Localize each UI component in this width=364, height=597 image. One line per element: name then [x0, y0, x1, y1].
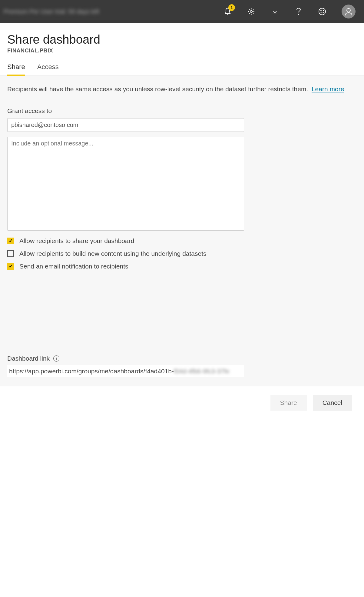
checkbox-allow-share[interactable]	[7, 238, 14, 244]
notifications-button[interactable]: 1	[223, 7, 232, 16]
tabs: Share Access	[0, 54, 364, 76]
topbar-actions: 1	[223, 5, 356, 18]
share-button[interactable]: Share	[270, 395, 307, 411]
download-button[interactable]	[271, 7, 279, 16]
recipient-input[interactable]	[7, 118, 244, 132]
learn-more-link[interactable]: Learn more	[312, 85, 344, 92]
checkbox-send-email[interactable]	[7, 263, 14, 270]
checkbox-allow-share-label: Allow recipients to share your dashboard	[19, 237, 134, 245]
checkbox-row-allow-share: Allow recipients to share your dashboard	[7, 237, 357, 245]
cancel-button[interactable]: Cancel	[313, 395, 352, 411]
dashboard-link-label: Dashboard link i	[7, 355, 357, 362]
dashboard-link-hidden: f04d-4fb6-9fc3-37fe	[174, 368, 229, 375]
header: Share dashboard FINANCIAL.PBIX	[0, 23, 364, 54]
checkbox-allow-build[interactable]	[7, 250, 14, 257]
trial-status: Premium Per User trial: 59 days left	[4, 8, 99, 15]
svg-point-5	[347, 8, 350, 12]
svg-point-0	[250, 11, 253, 13]
checkbox-send-email-label: Send an email notification to recipients	[19, 263, 128, 270]
svg-point-4	[323, 10, 324, 11]
dashboard-link-field[interactable]: https://app.powerbi.com/groups/me/dashbo…	[7, 365, 244, 377]
feedback-button[interactable]	[318, 7, 326, 16]
notification-badge: 1	[228, 4, 235, 11]
topbar: Premium Per User trial: 59 days left 1	[0, 0, 364, 23]
checkbox-row-send-email: Send an email notification to recipients	[7, 263, 357, 270]
svg-point-1	[298, 14, 299, 15]
svg-point-2	[319, 8, 326, 15]
footer: Share Cancel	[0, 386, 364, 423]
tab-share[interactable]: Share	[7, 63, 25, 76]
dashboard-link-label-text: Dashboard link	[7, 355, 50, 362]
intro-text: Recipients will have the same access as …	[7, 84, 357, 94]
checkbox-allow-build-label: Allow recipients to build new content us…	[19, 250, 207, 257]
message-input[interactable]	[7, 137, 244, 231]
info-icon[interactable]: i	[53, 355, 59, 362]
dashboard-link-visible: https://app.powerbi.com/groups/me/dashbo…	[9, 368, 174, 375]
checkbox-row-allow-build: Allow recipients to build new content us…	[7, 250, 357, 257]
grant-access-label: Grant access to	[7, 107, 357, 115]
svg-point-3	[321, 10, 321, 11]
dashboard-link-section: Dashboard link i https://app.powerbi.com…	[7, 355, 357, 377]
share-panel: Recipients will have the same access as …	[0, 76, 364, 386]
settings-button[interactable]	[247, 7, 256, 16]
intro-main: Recipients will have the same access as …	[7, 85, 308, 92]
help-button[interactable]	[294, 7, 303, 16]
page-title: Share dashboard	[7, 33, 357, 46]
file-name: FINANCIAL.PBIX	[7, 48, 357, 54]
tab-access[interactable]: Access	[37, 63, 59, 76]
user-avatar[interactable]	[342, 5, 356, 18]
